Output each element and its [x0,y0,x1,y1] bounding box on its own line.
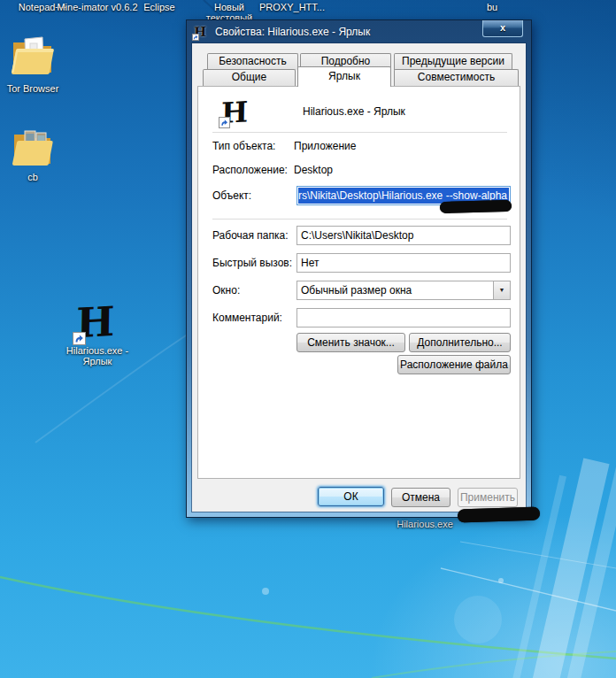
comment-input[interactable] [296,308,511,327]
desktop-icon-label-hilarious-shortcut: Hilarious.exe - Ярлык [53,345,142,366]
desktop-icon-label-cb: cb [2,172,64,182]
close-button[interactable]: x [482,20,523,37]
location-label: Расположение: [212,164,288,176]
tab-general[interactable]: Общие [203,69,296,86]
redaction-mark [440,200,512,213]
tab-page-shortcut: H Hilarious.exe - Ярлык Тип объекта: При… [197,86,520,479]
desktop-icon-label-proxy[interactable]: PROXY_HTT... [246,2,338,12]
window-mode-label: Окно: [212,284,240,297]
file-location-button[interactable]: Расположение файла [397,355,511,374]
target-label: Объект: [212,189,251,202]
folder-icon [9,32,57,81]
tab-compatibility[interactable]: Совместимость [394,69,519,86]
properties-dialog: H Свойства: Hilarious.exe - Ярлык x Безо… [186,19,532,518]
shortcut-key-input[interactable]: Нет [296,253,511,273]
apply-button: Применить [458,488,518,507]
dialog-titlebar[interactable]: H Свойства: Hilarious.exe - Ярлык x [187,20,531,43]
dialog-title-icon: H [194,25,209,40]
tab-previous-versions[interactable]: Предыдущие версии [394,53,512,70]
desktop-icon-label-hilarious[interactable]: Hilarious.exe [381,519,469,529]
shortcut-key-label: Быстрый вызов: [212,257,292,269]
advanced-button[interactable]: Дополнительно... [409,333,511,352]
separator [212,132,507,133]
tab-shortcut[interactable]: Ярлык [297,66,391,87]
cancel-button[interactable]: Отмена [391,488,450,507]
separator [212,219,507,220]
location-value: Desktop [294,164,333,176]
ok-button[interactable]: ОК [318,487,384,506]
shortcut-name: Hilarious.exe - Ярлык [303,105,405,118]
object-type-label: Тип объекта: [212,140,275,152]
window-mode-select[interactable]: Обычный размер окна ▼ [296,281,511,300]
shortcut-arrow-icon [219,117,230,128]
desktop-icon-hilarious-shortcut[interactable]: H Hilarious.exe - Ярлык [76,301,120,347]
dropdown-arrow-button[interactable]: ▼ [493,281,510,299]
desktop-icon-cb[interactable]: cb [11,126,55,175]
window-mode-value: Обычный размер окна [297,281,493,299]
working-folder-input[interactable]: C:\Users\Nikita\Desktop [296,226,511,245]
desktop-icon-tor-browser[interactable]: Tor Browser [9,32,57,85]
object-type-value: Приложение [294,140,356,152]
comment-label: Комментарий: [212,312,282,324]
shortcut-arrow-icon [73,332,86,345]
desktop-icon-label-tor-browser: Tor Browser [0,83,68,94]
working-folder-label: Рабочая папка: [212,229,289,242]
dialog-title: Свойства: Hilarious.exe - Ярлык [215,26,370,38]
shortcut-arrow-icon [192,34,199,41]
shortcut-file-icon: H [221,97,251,127]
hilarious-h-icon: H [76,301,119,343]
tab-security[interactable]: Безопасность [207,53,298,70]
desktop-icon-label-bu[interactable]: bu [457,2,527,12]
desktop-icon-label-eclipse[interactable]: Eclipse [124,2,195,12]
folder-icon [11,126,55,172]
dialog-client-area: Безопасность Подробно Предыдущие версии … [192,43,526,512]
change-icon-button[interactable]: Сменить значок... [296,333,405,352]
